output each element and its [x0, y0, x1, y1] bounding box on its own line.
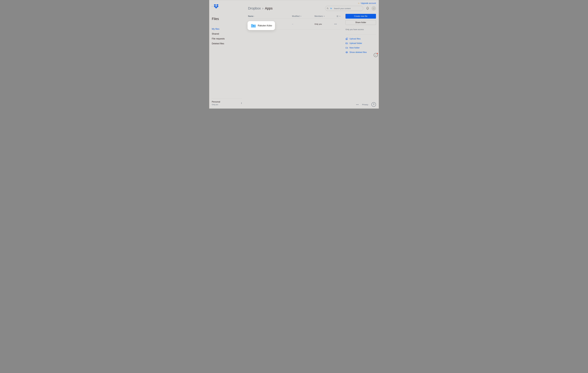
sidebar-heading: Files [212, 17, 242, 21]
upgrade-label: Upgrade account [361, 2, 376, 4]
svg-marker-0 [214, 4, 216, 6]
list-view-icon [336, 15, 339, 17]
back-chevron-icon[interactable]: ‹ [212, 5, 212, 8]
column-header-members[interactable]: Members▼ [315, 15, 329, 17]
dropdown-caret-icon: ▼ [300, 16, 301, 17]
breadcrumb-root[interactable]: Dropbox [248, 7, 261, 10]
svg-rect-13 [337, 16, 338, 16]
account-switcher[interactable]: Personal Only you ▴▾ [212, 98, 242, 109]
show-deleted-files-link[interactable]: Show deleted files [346, 51, 376, 54]
upgrade-account-link[interactable]: ☆ Upgrade account [358, 2, 376, 5]
upload-files-icon [346, 38, 348, 40]
row-modified: -- [292, 23, 315, 25]
search-box[interactable] [325, 6, 363, 11]
search-scope-folder-icon[interactable] [330, 7, 332, 9]
create-new-file-button[interactable]: Create new file [346, 14, 376, 19]
svg-rect-15 [337, 17, 338, 17]
svg-rect-11 [337, 16, 338, 16]
bell-icon[interactable] [366, 7, 369, 10]
new-folder-link[interactable]: New folder [346, 47, 376, 49]
upload-folder-link[interactable]: Upload folder [346, 42, 376, 45]
star-icon: ☆ [358, 2, 360, 5]
column-header-name[interactable]: Name↑ [248, 15, 292, 17]
column-header-modified[interactable]: Modified▼ [292, 15, 315, 17]
search-input[interactable] [334, 7, 362, 10]
row-members: Only you [315, 23, 329, 25]
sidebar-item-file-requests[interactable]: File requests [212, 38, 242, 40]
app-folder-icon [251, 23, 256, 28]
account-sub: Only you [212, 104, 220, 105]
breadcrumb-current: Apps [265, 7, 273, 10]
ellipsis-icon: ••• [334, 23, 337, 25]
sidebar-item-my-files[interactable]: My files [212, 28, 242, 30]
sort-asc-icon: ↑ [254, 15, 255, 17]
svg-marker-1 [216, 4, 219, 6]
account-caret-icon: ▴▾ [241, 102, 242, 104]
highlighted-folder-name: Rakuten Kobo [258, 24, 272, 27]
svg-point-12 [336, 16, 337, 16]
account-label: Personal [212, 101, 220, 103]
svg-point-10 [336, 15, 337, 16]
breadcrumb: Dropbox › Apps [248, 7, 273, 10]
dropbox-logo[interactable] [214, 4, 219, 9]
sidebar-item-deleted-files[interactable]: Deleted files [212, 42, 242, 45]
svg-rect-16 [346, 38, 348, 40]
footer-more-button[interactable]: ••• [356, 103, 359, 106]
sidebar-item-shared[interactable]: Shared [212, 33, 242, 35]
svg-point-17 [346, 52, 347, 53]
new-folder-icon [346, 47, 348, 49]
highlighted-folder[interactable]: Rakuten Kobo [248, 21, 275, 30]
share-folder-button[interactable]: Share folder [346, 20, 376, 25]
row-more-button[interactable]: ••• [334, 23, 340, 25]
sync-status-badge[interactable] [374, 53, 378, 57]
eye-icon [346, 51, 348, 54]
svg-point-5 [327, 8, 328, 9]
upload-folder-icon [346, 42, 348, 45]
checkmark-icon [375, 54, 377, 56]
privacy-link[interactable]: Privacy [362, 103, 368, 106]
svg-point-14 [336, 17, 337, 17]
avatar[interactable] [371, 6, 376, 10]
svg-line-6 [328, 9, 328, 9]
help-button[interactable]: ? [371, 102, 376, 107]
search-icon [327, 8, 329, 9]
dropdown-caret-icon: ▼ [324, 16, 325, 17]
view-options[interactable]: ▼ [336, 15, 340, 17]
access-note: Only you have access [346, 28, 376, 30]
breadcrumb-sep: › [262, 7, 263, 10]
dropdown-caret-icon: ▼ [339, 16, 340, 17]
upload-files-link[interactable]: Upload files [346, 38, 376, 40]
